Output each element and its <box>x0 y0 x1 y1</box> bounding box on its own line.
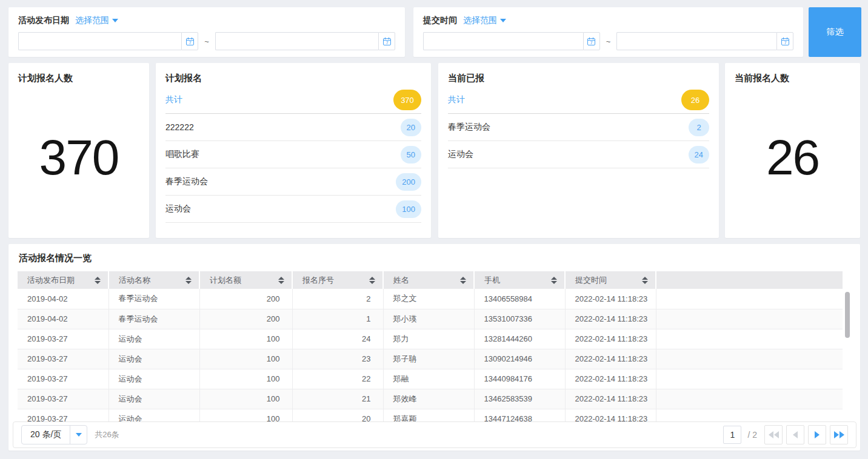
table-cell: 春季运动会 <box>109 289 199 309</box>
table-cell: 运动会 <box>109 409 199 421</box>
current-total-value: 26 <box>725 129 860 186</box>
table-cell: 20 <box>292 409 383 421</box>
sort-icon[interactable] <box>551 277 557 284</box>
card-title: 当前报名人数 <box>735 73 850 84</box>
submit-time-end-input[interactable] <box>616 32 776 50</box>
card-title: 计划报名人数 <box>18 73 139 84</box>
breakdown-item-label: 春季运动会 <box>165 176 208 187</box>
table-cell: 郑之文 <box>383 289 474 309</box>
table-cell: 23 <box>292 349 383 369</box>
table-cell: 郑嘉颖 <box>383 409 474 421</box>
table-cell <box>656 349 843 369</box>
total-count-text: 共26条 <box>95 429 119 440</box>
table-cell: 2022-02-14 11:18:23 <box>565 289 656 309</box>
filter-button[interactable]: 筛选 <box>809 7 861 57</box>
registration-table-panel: 活动报名情况一览 活动发布日期活动名称计划名额报名序号姓名手机提交时间 2019… <box>8 244 860 451</box>
sort-icon[interactable] <box>369 277 375 284</box>
table-row: 2019-03-27运动会10021郑效峰134625835392022-02-… <box>18 389 843 409</box>
column-header-label: 提交时间 <box>575 276 607 285</box>
sort-icon[interactable] <box>185 277 192 284</box>
total-pages-text: / 2 <box>747 430 757 440</box>
table-cell: 郑效峰 <box>383 389 474 409</box>
calendar-icon: 7 <box>382 37 392 46</box>
prev-page-button[interactable] <box>786 425 804 444</box>
count-badge: 200 <box>396 173 421 191</box>
count-badge: 20 <box>401 119 421 136</box>
column-header[interactable]: 手机 <box>474 271 565 289</box>
table-cell: 100 <box>199 389 292 409</box>
next-page-button[interactable] <box>808 425 826 444</box>
scrollbar-thumb[interactable] <box>845 292 850 338</box>
planned-breakdown-card: 计划报名 共计37022222220唱歌比赛50春季运动会200运动会100 <box>156 63 431 238</box>
column-header[interactable]: 姓名 <box>383 271 474 289</box>
sort-icon[interactable] <box>642 277 648 284</box>
table-cell: 2019-03-27 <box>18 369 109 389</box>
publish-date-end-calendar-button[interactable]: 7 <box>378 32 395 50</box>
publish-date-range-link[interactable]: 选择范围 <box>75 15 118 26</box>
submit-time-start-calendar-button[interactable]: 7 <box>583 32 600 50</box>
column-header-label: 活动名称 <box>119 276 150 285</box>
range-separator: ~ <box>605 37 612 46</box>
column-header-label: 姓名 <box>393 276 409 285</box>
publish-date-filter-panel: 活动发布日期 选择范围 7 ~ 7 <box>8 7 405 57</box>
breakdown-item-label: 222222 <box>165 122 194 132</box>
table-cell: 13281444260 <box>474 329 565 349</box>
table-cell: 郑力 <box>383 329 474 349</box>
submit-time-label: 提交时间 <box>423 15 457 26</box>
page-size-select[interactable]: 20 条/页 <box>21 425 87 444</box>
vertical-scrollbar[interactable] <box>844 289 851 421</box>
breakdown-item-label: 运动会 <box>448 149 473 160</box>
table-cell: 2019-03-27 <box>18 329 109 349</box>
publish-date-start-input[interactable] <box>18 32 181 50</box>
table-header-row: 活动发布日期活动名称计划名额报名序号姓名手机提交时间 <box>18 271 843 289</box>
column-header[interactable]: 提交时间 <box>565 271 656 289</box>
column-header[interactable]: 活动名称 <box>109 271 199 289</box>
table-cell <box>656 289 843 309</box>
count-badge: 24 <box>689 146 709 163</box>
first-page-button[interactable] <box>764 425 783 444</box>
table-cell: 运动会 <box>109 329 199 349</box>
svg-text:7: 7 <box>189 40 191 45</box>
calendar-icon: 7 <box>185 37 195 46</box>
table-cell: 24 <box>292 329 383 349</box>
count-badge: 370 <box>393 90 421 110</box>
table-row: 2019-03-27运动会10024郑力132814442602022-02-1… <box>18 329 843 349</box>
table-row: 2019-03-27运动会10020郑嘉颖134471246382022-02-… <box>18 409 843 421</box>
table-cell: 2019-03-27 <box>18 349 109 369</box>
range-link-label: 选择范围 <box>75 15 109 26</box>
table-cell: 2022-02-14 11:18:23 <box>565 349 656 369</box>
page-number-input[interactable] <box>723 426 741 444</box>
table-cell: 2022-02-14 11:18:23 <box>565 329 656 349</box>
table-cell: 200 <box>199 309 292 329</box>
sort-icon[interactable] <box>95 277 101 284</box>
table-cell <box>656 309 843 329</box>
last-page-button[interactable] <box>830 425 848 444</box>
pagination-bar: 20 条/页 共26条 / 2 <box>13 421 856 448</box>
table-cell: 2022-02-14 11:18:23 <box>565 389 656 409</box>
table-cell: 13090214946 <box>474 349 565 369</box>
table-cell: 2019-03-27 <box>18 409 109 421</box>
breakdown-list-item: 共计26 <box>448 87 709 114</box>
column-header-label: 手机 <box>484 276 500 285</box>
submit-time-start-input[interactable] <box>423 32 583 50</box>
breakdown-list-item: 运动会100 <box>165 196 421 223</box>
table-cell: 13531007336 <box>474 309 565 329</box>
column-header-empty <box>656 271 843 289</box>
publish-date-start-calendar-button[interactable]: 7 <box>181 32 198 50</box>
submit-time-end-calendar-button[interactable]: 7 <box>776 32 793 50</box>
column-header[interactable]: 报名序号 <box>292 271 383 289</box>
table-cell: 郑子聃 <box>383 349 474 369</box>
column-header[interactable]: 活动发布日期 <box>18 271 109 289</box>
sort-icon[interactable] <box>278 277 284 284</box>
sort-icon[interactable] <box>460 277 466 284</box>
first-page-icon <box>769 431 779 438</box>
publish-date-end-input[interactable] <box>215 32 378 50</box>
column-header[interactable]: 计划名额 <box>199 271 292 289</box>
submit-time-range-link[interactable]: 选择范围 <box>463 15 506 26</box>
breakdown-list-item: 唱歌比赛50 <box>165 141 421 168</box>
registration-table: 活动发布日期活动名称计划名额报名序号姓名手机提交时间 2019-04-02春季运… <box>18 271 843 421</box>
current-breakdown-card: 当前已报 共计26春季运动会2运动会24 <box>438 63 719 238</box>
current-breakdown-list: 共计26春季运动会2运动会24 <box>448 87 709 168</box>
publish-date-label: 活动发布日期 <box>18 15 69 26</box>
planned-total-value: 370 <box>8 129 149 186</box>
